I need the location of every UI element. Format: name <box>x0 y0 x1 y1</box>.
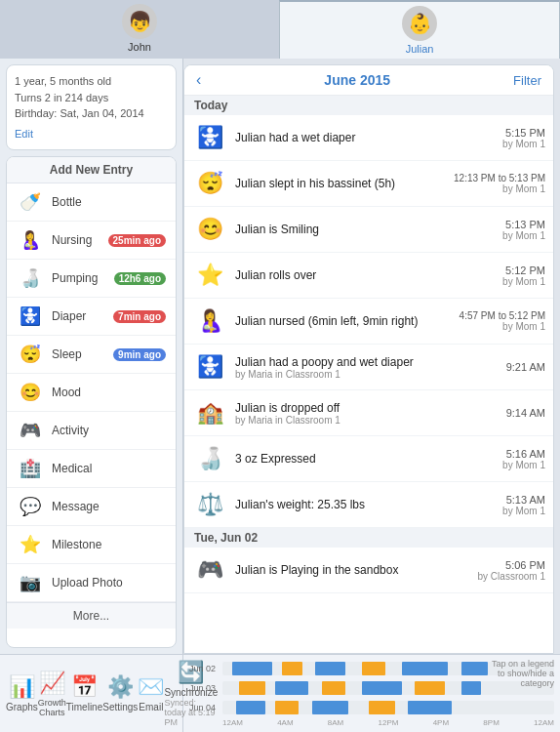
entry-upload-photo[interactable]: 📷 Upload Photo <box>7 564 176 602</box>
entry-message-label: Message <box>52 500 166 513</box>
milestone-icon: ⭐ <box>17 531 44 558</box>
chart-bar <box>369 701 395 714</box>
entry-milestone[interactable]: ⭐ Milestone <box>7 526 176 564</box>
main-area: 1 year, 5 months old Turns 2 in 214 days… <box>0 59 560 654</box>
expressed-title: 3 oz Expressed <box>235 452 472 466</box>
bottom-nav: 📊 Graphs 📈 Growth Charts 📅 Timeline ⚙️ S… <box>0 655 183 732</box>
sleep-title: Julian slept in his bassinet (5h) <box>235 177 454 190</box>
smiling-time: 5:13 PM <box>472 219 545 230</box>
expressed-time: 5:16 AM <box>472 448 545 460</box>
chart-bar <box>239 681 265 695</box>
rollover-time: 5:12 PM <box>472 264 545 276</box>
nav-graphs[interactable]: 📊 Graphs <box>6 674 38 712</box>
chart-row-label: Jun 04 <box>189 703 222 712</box>
dropoff-sub: by Maria in Classroom 1 <box>235 415 472 426</box>
chart-bar <box>312 701 348 714</box>
expressed-sub: by Mom 1 <box>472 460 545 470</box>
entry-milestone-label: Milestone <box>52 538 166 551</box>
rollover-title: Julian rolls over <box>235 268 472 282</box>
entry-message[interactable]: 💬 Message <box>7 488 176 526</box>
more-button[interactable]: More... <box>7 602 176 629</box>
sandbox-time: 5:06 PM <box>472 559 545 571</box>
nav-settings[interactable]: ⚙️ Settings <box>102 674 138 712</box>
chart-bar <box>315 662 345 675</box>
journal-item-poopy-diaper[interactable]: 🚼 Julian had a poopy and wet diaper by M… <box>184 345 553 390</box>
wet-diaper-sub: by Mom 1 <box>472 139 545 149</box>
entry-pumping[interactable]: 🍶 Pumping 12h6 ago <box>7 260 176 298</box>
nav-settings-label: Settings <box>102 702 138 712</box>
smiling-title: Julian is Smiling <box>235 223 472 236</box>
nav-email[interactable]: ✉️ Email <box>138 674 164 712</box>
add-entry-panel: Add New Entry 🍼 Bottle 🤱 Nursing 25min a… <box>6 156 177 648</box>
journal-item-wet-diaper[interactable]: 🚼 Julian had a wet diaper 5:15 PM by Mom… <box>184 115 553 161</box>
journal-item-expressed[interactable]: 🍶 3 oz Expressed 5:16 AM by Mom 1 <box>184 436 553 482</box>
rollover-sub: by Mom 1 <box>472 276 545 287</box>
child-birthday: Birthday: Sat, Jan 04, 2014 <box>15 105 168 122</box>
nursing-icon: 🤱 <box>17 226 44 254</box>
chart-bar <box>415 681 445 695</box>
entry-nursing[interactable]: 🤱 Nursing 25min ago <box>7 222 176 260</box>
smiling-icon: 😊 <box>192 212 227 247</box>
dropoff-icon: 🏫 <box>192 395 227 430</box>
timeline-icon: 📅 <box>71 674 98 700</box>
message-icon: 💬 <box>17 493 44 520</box>
email-icon: ✉️ <box>138 674 164 700</box>
entry-bottle[interactable]: 🍼 Bottle <box>7 183 176 222</box>
avatar-julian: 👶 <box>402 6 437 41</box>
pumping-badge: 12h6 ago <box>114 272 166 285</box>
nav-timeline[interactable]: 📅 Timeline <box>66 674 102 712</box>
journal-prev-button[interactable]: ‹ <box>196 71 201 89</box>
journal-item-weight[interactable]: ⚖️ Julian's weight: 25.35 lbs 5:13 AM by… <box>184 482 553 528</box>
chart-bar <box>322 681 345 695</box>
tab-julian[interactable]: 👶 Julian <box>279 0 560 59</box>
edit-link[interactable]: Edit <box>15 126 168 142</box>
diaper-icon: 🚼 <box>17 303 44 330</box>
nursing-title: Julian nursed (6min left, 9min right) <box>235 314 460 328</box>
journal-filter-button[interactable]: Filter <box>513 73 541 88</box>
weight-sub: by Mom 1 <box>472 506 545 516</box>
add-entry-title: Add New Entry <box>7 157 176 183</box>
entry-activity[interactable]: 🎮 Activity <box>7 412 176 450</box>
sleep-time: 12:13 PM to 5:13 PM <box>454 173 545 183</box>
journal-item-dropoff[interactable]: 🏫 Julian is dropped off by Maria in Clas… <box>184 390 553 436</box>
pumping-icon: 🍶 <box>17 264 44 292</box>
chart-bar <box>236 701 266 714</box>
entry-sleep[interactable]: 😴 Sleep 9min ago <box>7 336 176 374</box>
nursing-time: 4:57 PM to 5:12 PM <box>460 310 545 321</box>
journal-month: June 2015 <box>324 72 390 88</box>
journal-item-sandbox[interactable]: 🎮 Julian is Playing in the sandbox 5:06 … <box>184 548 553 593</box>
sleep-sub: by Mom 1 <box>454 183 545 194</box>
entry-mood[interactable]: 😊 Mood <box>7 374 176 412</box>
nav-growth-charts[interactable]: 📈 Growth Charts <box>38 671 66 717</box>
entry-medical[interactable]: 🏥 Medical <box>7 450 176 488</box>
journal-item-smiling[interactable]: 😊 Julian is Smiling 5:13 PM by Mom 1 <box>184 207 553 253</box>
sandbox-title: Julian is Playing in the sandbox <box>235 563 472 577</box>
chart-bar <box>275 701 299 714</box>
chart-x-labels: 12AM4AM8AM12PM4PM8PM12AM <box>189 718 554 727</box>
entry-nursing-label: Nursing <box>52 233 108 247</box>
journal-item-rollover[interactable]: ⭐ Julian rolls over 5:12 PM by Mom 1 <box>184 253 553 299</box>
tab-julian-label: Julian <box>406 43 434 55</box>
avatar-john: 👦 <box>122 4 157 39</box>
weight-icon: ⚖️ <box>192 487 227 522</box>
chart-bar <box>408 701 451 714</box>
sleep-icon: 😴 <box>17 341 44 368</box>
tab-john[interactable]: 👦 John <box>0 0 279 59</box>
poopy-diaper-sub: by Maria in Classroom 1 <box>235 369 472 380</box>
chart-bar <box>362 681 402 695</box>
journal-item-nursing[interactable]: 🤱 Julian nursed (6min left, 9min right) … <box>184 299 553 345</box>
chart-row-label: Jun 02 <box>189 664 222 673</box>
wet-diaper-time: 5:15 PM <box>472 127 545 139</box>
entry-diaper[interactable]: 🚼 Diaper 7min ago <box>7 298 176 336</box>
chart-row-label: Jun 03 <box>189 683 222 693</box>
chart-bar <box>232 662 272 675</box>
activity-icon: 🎮 <box>17 417 44 444</box>
entry-upload-label: Upload Photo <box>52 576 166 590</box>
bottle-icon: 🍼 <box>17 188 44 216</box>
expressed-icon: 🍶 <box>192 441 227 476</box>
chart-bar <box>461 681 481 695</box>
nav-timeline-label: Timeline <box>66 702 102 712</box>
chart-bar <box>461 662 488 675</box>
chart-container: Jun 02Jun 03Jun 0412AM4AM8AM12PM4PM8PM12… <box>183 655 560 732</box>
journal-item-sleep[interactable]: 😴 Julian slept in his bassinet (5h) 12:1… <box>184 161 553 207</box>
